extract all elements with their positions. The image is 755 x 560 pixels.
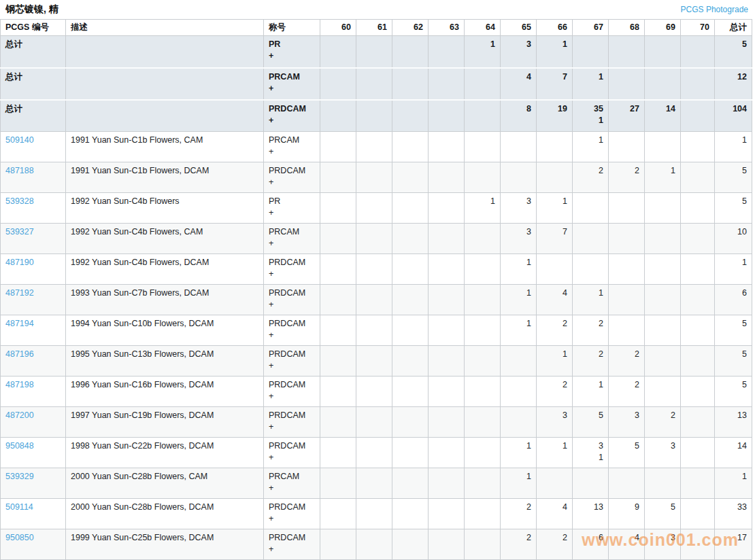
grade-cell-60 (320, 193, 356, 224)
table-row: 4871961995 Yuan Sun-C13b Flowers, DCAMPR… (1, 346, 752, 377)
grade-cell-65: 2 (501, 529, 537, 560)
pcgs-number-cell: 487198 (1, 377, 66, 407)
summary-label: 总计 (5, 72, 22, 82)
grade-cell-62 (392, 346, 429, 377)
grade-cell-66: 4 (537, 499, 573, 529)
designation-cell: PRDCAM+ (264, 100, 320, 132)
grade-cell-66: 3 (537, 407, 573, 438)
grade-cell-65: 1 (501, 254, 537, 285)
grade-cell-70 (681, 162, 715, 193)
description-cell (66, 68, 264, 100)
pcgs-number-link[interactable]: 950848 (5, 441, 34, 451)
grade-cell-69 (645, 468, 681, 499)
total-cell: 6 (715, 285, 752, 315)
grade-cell-66: 7 (537, 68, 573, 100)
pcgs-number-link[interactable]: 487192 (5, 288, 34, 298)
pcgs-number-cell: 487196 (1, 346, 66, 377)
grade-cell-63 (429, 132, 465, 162)
table-row: 9508481998 Yuan Sun-C22b Flowers, DCAMPR… (1, 438, 752, 468)
table-row: 4871941994 Yuan Sun-C10b Flowers, DCAMPR… (1, 315, 752, 346)
pcgs-number-link[interactable]: 487190 (5, 258, 34, 267)
total-cell: 10 (715, 224, 752, 254)
pcgs-number-link[interactable]: 487198 (5, 380, 34, 389)
column-header-65: 65 (501, 20, 537, 36)
grade-cell-67: 5 (573, 407, 609, 438)
grade-cell-62 (392, 315, 429, 346)
grade-cell-66 (537, 132, 573, 162)
grade-cell-65: 1 (501, 315, 537, 346)
pcgs-number-link[interactable]: 487194 (5, 319, 34, 328)
grade-cell-64: 1 (465, 193, 501, 224)
grade-cell-69: 14 (645, 100, 681, 132)
grade-cell-67 (573, 254, 609, 285)
grade-cell-66 (537, 468, 573, 499)
pcgs-photograde-link[interactable]: PCGS Photograde (681, 5, 748, 14)
pcgs-number-link[interactable]: 487196 (5, 349, 34, 359)
grade-cell-61 (356, 162, 392, 193)
grade-cell-62 (392, 254, 429, 285)
pcgs-number-cell: 487190 (1, 254, 66, 285)
topbar: 钢芯镀镍, 精 PCGS Photograde (0, 0, 755, 19)
pcgs-number-link[interactable]: 539329 (5, 472, 34, 481)
grade-cell-64 (465, 224, 501, 254)
grade-cell-69 (645, 346, 681, 377)
grade-cell-68 (609, 68, 645, 100)
grade-cell-68 (609, 193, 645, 224)
pcgs-number-link[interactable]: 487200 (5, 410, 34, 420)
table-row: 5393271992 Yuan Sun-C4b Flowers, CAMPRCA… (1, 224, 752, 254)
grade-cell-65: 3 (501, 193, 537, 224)
grade-cell-64 (465, 162, 501, 193)
pcgs-number-link[interactable]: 509140 (5, 135, 34, 145)
grade-cell-60 (320, 346, 356, 377)
table-row: 5091401991 Yuan Sun-C1b Flowers, CAMPRCA… (1, 132, 752, 162)
description-cell: 1994 Yuan Sun-C10b Flowers, DCAM (66, 315, 264, 346)
designation-cell: PRDCAM+ (264, 499, 320, 529)
grade-cell-64 (465, 315, 501, 346)
grade-cell-65 (501, 346, 537, 377)
grade-cell-60 (320, 224, 356, 254)
table-row: 5393281992 Yuan Sun-C4b FlowersPR+1315 (1, 193, 752, 224)
table-row: 9508501999 Yuan Sun-C25b Flowers, DCAMPR… (1, 529, 752, 560)
grade-cell-65: 3 (501, 224, 537, 254)
grade-cell-62 (392, 499, 429, 529)
column-header-68: 68 (609, 20, 645, 36)
description-cell (66, 36, 264, 68)
grade-cell-70 (681, 499, 715, 529)
total-cell: 5 (715, 346, 752, 377)
description-cell: 1993 Yuan Sun-C7b Flowers, DCAM (66, 285, 264, 315)
grade-cell-61 (356, 377, 392, 407)
grade-cell-64 (465, 132, 501, 162)
designation-cell: PRDCAM+ (264, 529, 320, 560)
pcgs-number-link[interactable]: 487188 (5, 166, 34, 175)
grade-cell-60 (320, 100, 356, 132)
column-header-pcgs-number: PCGS 编号 (1, 20, 66, 36)
designation-cell: PRCAM+ (264, 68, 320, 100)
grade-cell-69 (645, 68, 681, 100)
grade-cell-67 (573, 224, 609, 254)
grade-cell-63 (429, 36, 465, 68)
designation-cell: PRDCAM+ (264, 285, 320, 315)
grade-cell-64 (465, 438, 501, 468)
grade-cell-66: 7 (537, 224, 573, 254)
pcgs-number-link[interactable]: 539328 (5, 196, 34, 206)
pcgs-number-link[interactable]: 539327 (5, 227, 34, 237)
grade-cell-64 (465, 285, 501, 315)
total-cell: 1 (715, 132, 752, 162)
grade-cell-67: 1 (573, 285, 609, 315)
grade-cell-61 (356, 100, 392, 132)
grade-cell-63 (429, 315, 465, 346)
grade-cell-62 (392, 224, 429, 254)
pcgs-number-link[interactable]: 509114 (5, 502, 33, 512)
grade-cell-68: 27 (609, 100, 645, 132)
designation-cell: PRDCAM+ (264, 315, 320, 346)
designation-cell: PRDCAM+ (264, 254, 320, 285)
pcgs-number-link[interactable]: 950850 (5, 533, 34, 542)
grade-cell-68: 2 (609, 162, 645, 193)
table-header-row: PCGS 编号描述称号6061626364656667686970总计 (1, 20, 752, 36)
total-cell: 17 (715, 529, 752, 560)
grade-cell-65 (501, 132, 537, 162)
grade-cell-67: 1 (573, 132, 609, 162)
column-header-总计: 总计 (715, 20, 752, 36)
grade-cell-63 (429, 254, 465, 285)
grade-cell-64 (465, 468, 501, 499)
